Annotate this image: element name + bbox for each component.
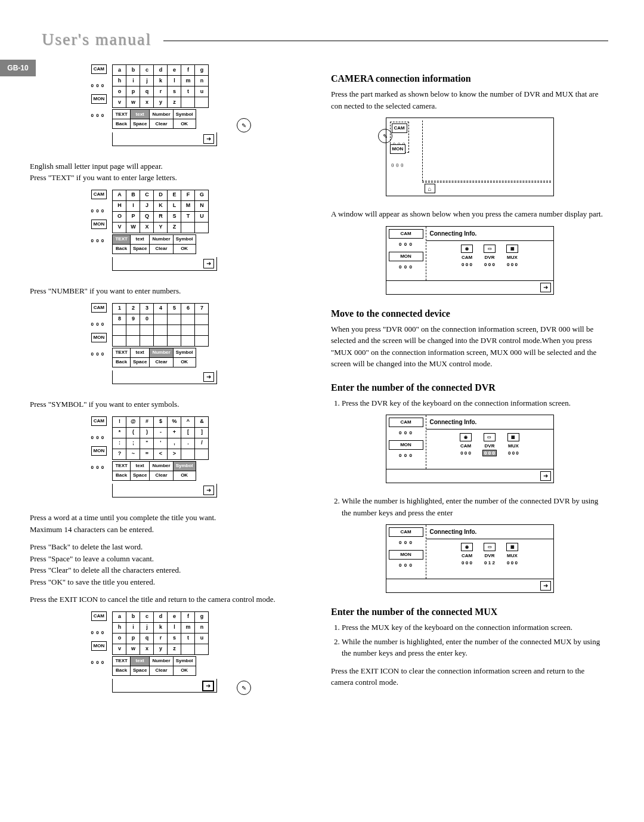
connecting-info-dvr-entered: CAM 0 0 0 MON 0 0 0 Connecting Info. ◉CA… <box>386 524 554 593</box>
page-number-tab: GB-10 <box>0 60 36 76</box>
camera-icon: ◉ <box>461 245 473 253</box>
press-part-diagram: CAM 0 0 0 MON 0 0 0 ✎ ⌂ <box>386 118 554 196</box>
text: Press a word at a time until you complet… <box>30 512 307 535</box>
dvr-value-highlight: 0 0 0 <box>482 450 497 456</box>
text: Press "SYMBOL" if you want to enter symb… <box>30 398 307 410</box>
text: When you press "DVR 000" on the connecti… <box>331 323 608 370</box>
cam-value: 0 0 0 <box>91 82 107 89</box>
left-column: CAM 0 0 0 MON 0 0 0 abcdefg hijklmn opqr… <box>30 61 307 707</box>
step: Press the DVR key of the keyboard on the… <box>342 397 608 409</box>
home-icon: ⌂ <box>425 184 435 193</box>
step: While the number is highlighted, enter t… <box>342 495 608 518</box>
exit-icon[interactable]: ➜ <box>202 681 214 691</box>
mon-value: 0 0 0 <box>91 112 107 119</box>
exit-icon[interactable]: ➜ <box>540 581 551 591</box>
dvr-icon: ▭ <box>484 245 496 253</box>
btn-ok[interactable]: OK <box>173 119 196 129</box>
exit-icon[interactable]: ➜ <box>203 372 214 382</box>
callout-icon: ✎ <box>378 129 392 143</box>
conn-title: Connecting Info. <box>426 227 553 241</box>
step: Press the MUX key of the keyboard on the… <box>342 622 608 634</box>
mux-icon: ▦ <box>506 245 518 253</box>
text: Press the part marked as shown below to … <box>331 88 608 112</box>
keypad-lowercase: CAM 0 0 0 MON 0 0 0 abcdefg hijklmn opqr… <box>91 64 246 146</box>
dvr-value-entered: 0 1 2 <box>484 560 496 567</box>
heading-move: Move to the connected device <box>331 307 608 321</box>
btn-number[interactable]: Number <box>150 110 173 119</box>
heading-enter-dvr: Enter the number of the connected DVR <box>331 381 608 395</box>
keypad-symbols: CAM 0 0 0 MON 0 0 0 !@#$%^& *()-+[] :;"'… <box>91 416 246 498</box>
heading-camera-conn: CAMERA connection information <box>331 72 608 86</box>
cam-label: CAM <box>91 64 107 74</box>
exit-icon[interactable]: ➜ <box>203 486 214 495</box>
text: Press the EXIT ICON to cancel the title … <box>30 594 307 605</box>
btn-symbol[interactable]: Symbol <box>173 110 196 119</box>
callout-icon: ✎ <box>237 118 251 132</box>
heading-enter-mux: Enter the number of the connected MUX <box>331 605 608 619</box>
step: While the number is highlighted, enter t… <box>342 636 608 659</box>
manual-title: User's manual <box>42 30 151 49</box>
text: A window will appear as shown below when… <box>331 208 608 220</box>
btn-space[interactable]: Space <box>130 119 150 129</box>
text: English small letter input page will app… <box>30 160 307 184</box>
exit-icon[interactable]: ➜ <box>203 134 214 144</box>
exit-icon[interactable]: ➜ <box>203 259 214 268</box>
text: Press the EXIT ICON to clear the connect… <box>331 665 608 688</box>
callout-icon: ✎ <box>237 681 251 695</box>
text: Press "Back" to delete the last word. Pr… <box>30 541 307 588</box>
header-rule <box>163 41 608 41</box>
btn-text-lower[interactable]: text <box>130 110 150 119</box>
connecting-info-default: CAM 0 0 0 MON 0 0 0 Connecting Info. ◉CA… <box>386 226 554 295</box>
keypad-exit: CAM 0 0 0 MON 0 0 0 abcdefg hijklmn opqr… <box>91 611 246 693</box>
btn-clear[interactable]: Clear <box>150 119 173 129</box>
text: Press "NUMBER" if you want to enter numb… <box>30 285 307 297</box>
keypad-uppercase: CAM 0 0 0 MON 0 0 0 ABCDEFG HIJKLMN OPQR… <box>91 190 246 271</box>
btn-text-upper[interactable]: TEXT <box>113 110 130 119</box>
exit-icon[interactable]: ➜ <box>540 283 551 292</box>
btn-back[interactable]: Back <box>113 119 130 129</box>
mon-label: MON <box>91 94 107 104</box>
right-column: CAMERA connection information Press the … <box>331 61 608 707</box>
connecting-info-dvr-highlight: CAM 0 0 0 MON 0 0 0 Connecting Info. ◉CA… <box>386 415 554 483</box>
keypad-numbers: CAM 0 0 0 MON 0 0 0 1234567 890 TEXT t <box>91 303 246 385</box>
exit-icon[interactable]: ➜ <box>540 471 551 481</box>
